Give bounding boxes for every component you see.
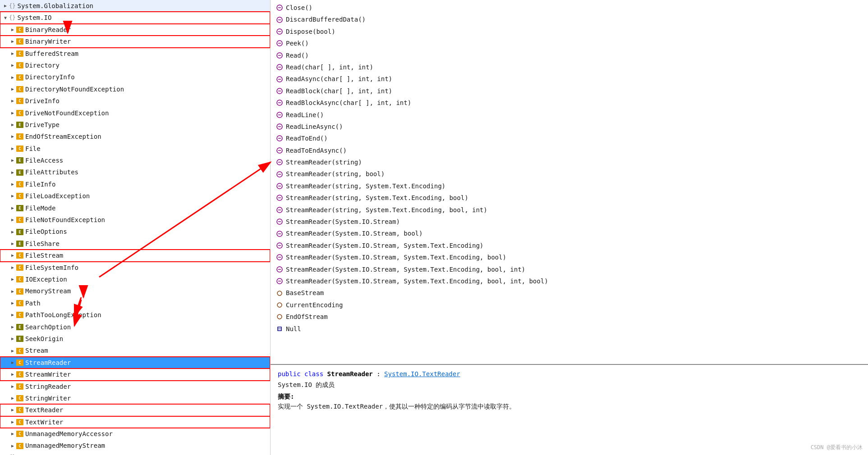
method-item[interactable]: StreamReader(System.IO.Stream) xyxy=(274,216,864,228)
method-item[interactable]: ReadToEnd() xyxy=(274,132,864,144)
method-item[interactable]: BaseStream xyxy=(274,287,864,299)
expand-arrow[interactable]: ▶ xyxy=(9,371,16,378)
tree-item-system-globalization[interactable]: ▶{} System.Globalization xyxy=(0,0,270,12)
method-item[interactable]: Peek() xyxy=(274,37,864,49)
tree-item-file-options[interactable]: ▶EFileOptions xyxy=(0,226,270,237)
tree-item-directory-not-found[interactable]: ▶CDirectoryNotFoundException xyxy=(0,83,270,95)
method-item[interactable]: ReadBlockAsync(char[ ], int, int) xyxy=(274,97,864,109)
expand-arrow[interactable]: ▶ xyxy=(2,2,9,9)
expand-arrow[interactable]: ▶ xyxy=(9,442,16,450)
tree-item-file-attributes[interactable]: ▶EFileAttributes xyxy=(0,166,270,178)
tree-item-file-system-info[interactable]: ▶CFileSystemInfo xyxy=(0,262,270,273)
method-item[interactable]: StreamReader(System.IO.Stream, System.Te… xyxy=(274,275,864,287)
tree-item-system-io[interactable]: ▼{} System.IO xyxy=(0,12,270,23)
expand-arrow[interactable]: ▼ xyxy=(2,14,9,22)
tree-item-seek-origin[interactable]: ▶ESeekOrigin xyxy=(0,333,270,345)
tree-item-directory-info[interactable]: ▶CDirectoryInfo xyxy=(0,71,270,83)
tree-item-end-of-stream[interactable]: ▶CEndOfStreamException xyxy=(0,131,270,142)
method-item[interactable]: ReadAsync(char[ ], int, int) xyxy=(274,73,864,85)
tree-item-file-not-found[interactable]: ▶CFileNotFoundException xyxy=(0,214,270,226)
expand-arrow[interactable]: ▶ xyxy=(9,205,16,212)
method-item[interactable]: Read() xyxy=(274,50,864,61)
tree-item-drive-not-found[interactable]: ▶CDriveNotFoundException xyxy=(0,107,270,119)
expand-arrow[interactable]: ▶ xyxy=(9,335,16,342)
expand-arrow[interactable]: ▶ xyxy=(9,86,16,93)
method-item[interactable]: StreamReader(System.IO.Stream, System.Te… xyxy=(274,240,864,251)
method-item[interactable]: ReadBlock(char[ ], int, int) xyxy=(274,85,864,97)
base-class-link[interactable]: System.IO.TextReader xyxy=(384,370,460,378)
tree-item-ioexception[interactable]: ▶CIOException xyxy=(0,273,270,285)
left-panel[interactable]: ▶{} System.Globalization▼{} System.IO▶CB… xyxy=(0,0,271,455)
tree-item-string-writer[interactable]: ▶CStringWriter xyxy=(0,392,270,404)
expand-arrow[interactable]: ▶ xyxy=(9,347,16,355)
expand-arrow[interactable]: ▶ xyxy=(9,26,16,33)
expand-arrow[interactable]: ▶ xyxy=(9,62,16,69)
expand-arrow[interactable]: ▶ xyxy=(9,169,16,176)
tree-item-drive-type[interactable]: ▶EDriveType xyxy=(0,119,270,131)
expand-arrow[interactable]: ▶ xyxy=(9,228,16,236)
tree-item-text-writer[interactable]: ▶CTextWriter xyxy=(0,416,270,428)
expand-arrow[interactable]: ▶ xyxy=(9,288,16,295)
method-item[interactable]: ReadToEndAsync() xyxy=(274,145,864,156)
expand-arrow[interactable]: ▶ xyxy=(9,276,16,283)
expand-arrow[interactable]: ▶ xyxy=(9,216,16,223)
tree-item-stream-reader[interactable]: ▶CStreamReader xyxy=(0,357,270,369)
tree-item-memory-stream[interactable]: ▶CMemoryStream xyxy=(0,285,270,297)
tree-item-file[interactable]: ▶CFile xyxy=(0,143,270,155)
method-item[interactable]: CurrentEncoding xyxy=(274,299,864,311)
expand-arrow[interactable]: ▶ xyxy=(9,383,16,390)
tree-item-stream-writer[interactable]: ▶CStreamWriter xyxy=(0,369,270,380)
tree-item-unmanaged-stream[interactable]: ▶CUnmanagedMemoryStream xyxy=(0,440,270,451)
method-item[interactable]: StreamReader(System.IO.Stream, bool) xyxy=(274,228,864,239)
expand-arrow[interactable]: ▶ xyxy=(9,74,16,81)
tree-item-file-access[interactable]: ▶EFileAccess xyxy=(0,155,270,166)
tree-item-search-option[interactable]: ▶ESearchOption xyxy=(0,321,270,333)
expand-arrow[interactable]: ▶ xyxy=(9,38,16,45)
tree-item-file-mode[interactable]: ▶EFileMode xyxy=(0,202,270,214)
tree-item-binary-writer[interactable]: ▶CBinaryWriter xyxy=(0,36,270,47)
expand-arrow[interactable]: ▶ xyxy=(9,181,16,188)
method-item[interactable]: StreamReader(System.IO.Stream, System.Te… xyxy=(274,264,864,275)
tree-item-path-too-long[interactable]: ▶CPathTooLongException xyxy=(0,309,270,321)
expand-arrow[interactable]: ▶ xyxy=(9,192,16,200)
expand-arrow[interactable]: ▶ xyxy=(9,430,16,437)
tree-item-directory[interactable]: ▶CDirectory xyxy=(0,59,270,71)
tree-item-binary-reader[interactable]: ▶CBinaryReader xyxy=(0,24,270,36)
tree-item-text-reader[interactable]: ▶CTextReader xyxy=(0,404,270,416)
expand-arrow[interactable]: ▶ xyxy=(9,406,16,414)
tree-item-file-load-exception[interactable]: ▶CFileLoadException xyxy=(0,190,270,202)
expand-arrow[interactable]: ▶ xyxy=(9,50,16,57)
expand-arrow[interactable]: ▶ xyxy=(9,252,16,259)
expand-arrow[interactable]: ▶ xyxy=(9,109,16,117)
tree-item-file-stream[interactable]: ▶CFileStream xyxy=(0,250,270,261)
expand-arrow[interactable]: ▶ xyxy=(9,419,16,426)
expand-arrow[interactable]: ▶ xyxy=(9,395,16,402)
method-item[interactable]: StreamReader(System.IO.Stream, System.Te… xyxy=(274,251,864,263)
expand-arrow[interactable]: ▶ xyxy=(9,97,16,105)
expand-arrow[interactable]: ▶ xyxy=(9,300,16,307)
method-item[interactable]: Close() xyxy=(274,2,864,14)
tree-item-buffered-stream[interactable]: ▶CBufferedStream xyxy=(0,48,270,59)
method-item[interactable]: StreamReader(string, System.Text.Encodin… xyxy=(274,192,864,204)
method-item[interactable]: EndOfStream xyxy=(274,311,864,323)
tree-item-stream[interactable]: ▶CStream xyxy=(0,345,270,356)
method-item[interactable]: ReadLineAsync() xyxy=(274,121,864,132)
tree-item-unmanaged-accessor[interactable]: ▶CUnmanagedMemoryAccessor xyxy=(0,428,270,440)
method-item[interactable]: Dispose(bool) xyxy=(274,26,864,37)
expand-arrow[interactable]: ▶ xyxy=(9,311,16,318)
method-item[interactable]: StreamReader(string, bool) xyxy=(274,168,864,180)
method-item[interactable]: StreamReader(string, System.Text.Encodin… xyxy=(274,180,864,192)
tree-item-file-info[interactable]: ▶CFileInfo xyxy=(0,178,270,190)
expand-arrow[interactable]: ▶ xyxy=(9,264,16,271)
method-item[interactable]: Null xyxy=(274,323,864,335)
tree-item-system-io-isolated[interactable]: ▶{} System.IO.IsolatedStorage xyxy=(0,452,270,455)
tree-item-path[interactable]: ▶CPath xyxy=(0,297,270,309)
tree-item-drive-info[interactable]: ▶CDriveInfo xyxy=(0,95,270,107)
method-item[interactable]: StreamReader(string, System.Text.Encodin… xyxy=(274,204,864,216)
method-item[interactable]: DiscardBufferedData() xyxy=(274,14,864,25)
expand-arrow[interactable]: ▶ xyxy=(9,359,16,366)
expand-arrow[interactable]: ▶ xyxy=(9,121,16,128)
expand-arrow[interactable]: ▶ xyxy=(9,157,16,164)
tree-item-file-share[interactable]: ▶EFileShare xyxy=(0,238,270,250)
method-item[interactable]: Read(char[ ], int, int) xyxy=(274,61,864,73)
